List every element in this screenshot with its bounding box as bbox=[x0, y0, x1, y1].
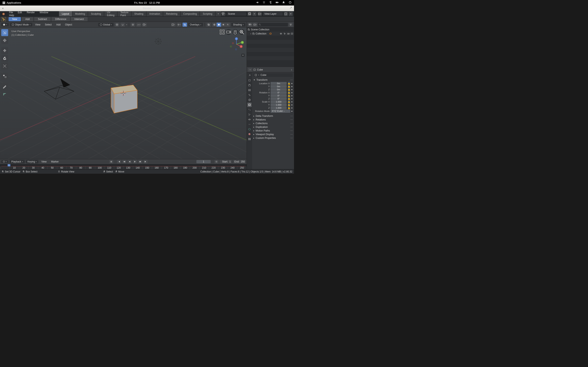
section-custom-props[interactable]: ▸Custom Properties⋯ bbox=[253, 136, 293, 140]
outliner-display-dropdown[interactable]: ▾ bbox=[253, 23, 257, 27]
shade-lookdev[interactable] bbox=[221, 23, 226, 27]
proportional-falloff[interactable]: ▾ bbox=[136, 23, 141, 27]
section-viewport-display[interactable]: ▸Viewport Display⋯ bbox=[253, 133, 293, 136]
rot-z[interactable]: 0° bbox=[270, 97, 287, 100]
ptab-object[interactable] bbox=[247, 103, 252, 107]
nav-camera-icon[interactable] bbox=[219, 29, 225, 35]
timeline-editor-dropdown[interactable]: ▾ bbox=[1, 160, 8, 163]
vp-menu-add[interactable]: Add bbox=[54, 23, 62, 26]
rotation-mode-dropdown[interactable]: XYZ Euler ▾ bbox=[270, 109, 290, 113]
vp-menu-object[interactable]: Object bbox=[63, 23, 74, 26]
clock[interactable]: Fri, Nov 23 12:11 PM bbox=[134, 1, 160, 4]
tool-scale[interactable] bbox=[1, 63, 8, 69]
autokey-button[interactable] bbox=[109, 160, 113, 164]
snap-toggle[interactable] bbox=[121, 23, 125, 27]
tab-compositing[interactable]: Compositing bbox=[181, 11, 200, 16]
nav-plus-icon[interactable]: + bbox=[241, 54, 245, 57]
tab-uv-editing[interactable]: UV Editing bbox=[104, 11, 118, 16]
section-transform[interactable]: ▼Transform⋯ bbox=[253, 78, 293, 82]
end-frame-field[interactable]: End: 250 bbox=[233, 160, 245, 163]
tool-select-box[interactable] bbox=[1, 29, 8, 36]
rot-y[interactable]: 0° bbox=[270, 94, 287, 97]
tool-annotate[interactable] bbox=[1, 83, 8, 90]
nav-pan-icon[interactable] bbox=[232, 29, 238, 35]
close-button[interactable]: × bbox=[2, 7, 4, 10]
editor-type-dropdown[interactable]: ▾ bbox=[1, 23, 9, 26]
menu-help[interactable]: Help bbox=[7, 13, 16, 17]
outliner-filter-button[interactable] bbox=[289, 23, 293, 27]
nav-zoom-icon[interactable] bbox=[239, 29, 245, 35]
outliner-search[interactable] bbox=[258, 23, 288, 26]
tool-move[interactable] bbox=[1, 47, 8, 54]
outliner[interactable]: Scene Collection ▸ Collection bbox=[247, 27, 294, 67]
pin-icon[interactable] bbox=[290, 68, 293, 71]
delete-scene-button[interactable]: × bbox=[252, 12, 256, 16]
wifi-icon[interactable] bbox=[263, 1, 265, 4]
playback-dropdown[interactable]: Playback▾ bbox=[9, 160, 25, 164]
tool-transform[interactable] bbox=[1, 73, 8, 80]
jump-prev-key-button[interactable] bbox=[122, 160, 126, 164]
tab-scripting[interactable]: Scripting bbox=[200, 11, 215, 16]
browse-layer-button[interactable]: ▾ bbox=[258, 12, 262, 16]
overlays-toggle[interactable] bbox=[182, 23, 187, 27]
outliner-scene-collection[interactable]: Scene Collection bbox=[251, 28, 269, 31]
shade-solid[interactable] bbox=[217, 23, 221, 27]
maximize-button[interactable] bbox=[290, 7, 292, 10]
shade-rendered[interactable] bbox=[226, 23, 230, 27]
tool-cursor[interactable] bbox=[1, 37, 8, 44]
browse-scene-button[interactable]: ▾ bbox=[221, 12, 225, 16]
mode-intersect-button[interactable]: Intersect bbox=[71, 17, 87, 21]
tab-modeling[interactable]: Modeling bbox=[72, 11, 88, 16]
pivot-button[interactable] bbox=[115, 23, 119, 27]
mode-add-button[interactable]: Add bbox=[22, 17, 33, 21]
vp-menu-select[interactable]: Select bbox=[43, 23, 53, 26]
bluetooth-icon[interactable] bbox=[269, 1, 272, 4]
tool-measure[interactable] bbox=[1, 91, 8, 98]
mode-dropdown[interactable]: Object Mode▾ bbox=[10, 23, 32, 26]
camera-icon[interactable] bbox=[287, 33, 290, 35]
ptab-scene[interactable] bbox=[247, 93, 252, 97]
scl-x[interactable]: 1.000 bbox=[270, 100, 287, 103]
section-collections[interactable]: ▸Collections⋯ bbox=[253, 122, 293, 125]
ptab-constraints[interactable] bbox=[247, 122, 252, 127]
current-frame-field[interactable]: 1 bbox=[196, 160, 211, 163]
battery-icon[interactable] bbox=[276, 1, 278, 4]
props-editor-dropdown[interactable]: ▾ bbox=[248, 68, 252, 72]
shade-wireframe[interactable] bbox=[212, 23, 217, 27]
tab-shading[interactable]: Shading bbox=[131, 11, 146, 16]
3d-viewport[interactable]: User Perspective (1) Collection | Cube bbox=[0, 27, 247, 159]
delete-layer-button[interactable]: × bbox=[289, 12, 293, 16]
start-frame-field[interactable]: Start: 1 bbox=[220, 160, 232, 163]
box-select-icon[interactable] bbox=[2, 17, 6, 21]
nav-view-camera-icon[interactable] bbox=[226, 29, 232, 35]
mode-difference-button[interactable]: Difference bbox=[52, 17, 70, 21]
ptab-world[interactable] bbox=[247, 98, 252, 102]
xray-toggle[interactable] bbox=[207, 23, 211, 27]
scene-name-field[interactable]: Scene bbox=[226, 12, 247, 16]
orientation-gizmo[interactable]: X Y Z bbox=[228, 36, 245, 52]
new-scene-button[interactable] bbox=[247, 12, 251, 16]
shading-dropdown[interactable]: Shading▾ bbox=[231, 23, 245, 26]
tool-rotate[interactable] bbox=[1, 55, 8, 62]
keying-dropdown[interactable]: Keying▾ bbox=[26, 160, 39, 164]
scl-z[interactable]: 1.000 bbox=[270, 106, 287, 109]
add-workspace-button[interactable]: + bbox=[215, 11, 221, 16]
notifications-icon[interactable] bbox=[282, 1, 285, 4]
tl-menu-view[interactable]: View bbox=[40, 160, 48, 164]
gizmo-toggle[interactable]: ▾ bbox=[177, 23, 181, 27]
outliner-collection[interactable]: Collection bbox=[256, 32, 267, 35]
timeline-track[interactable]: 1 10203040506070809010011012013014015016… bbox=[0, 164, 247, 169]
new-layer-button[interactable] bbox=[284, 12, 288, 16]
section-motion-paths[interactable]: ▸Motion Paths⋯ bbox=[253, 129, 293, 133]
ptab-modifiers[interactable] bbox=[247, 108, 252, 112]
eye-icon[interactable] bbox=[280, 33, 282, 35]
tab-sculpting[interactable]: Sculpting bbox=[88, 11, 104, 16]
jump-next-key-button[interactable] bbox=[138, 160, 142, 164]
jump-start-button[interactable] bbox=[117, 160, 121, 164]
orientation-dropdown[interactable]: Global▾ bbox=[98, 23, 114, 26]
applications-menu[interactable]: Applications bbox=[2, 1, 21, 4]
mode-subtract-button[interactable]: Subtract bbox=[34, 17, 51, 21]
tab-layout[interactable]: Layout bbox=[59, 11, 72, 16]
proportional-edit[interactable] bbox=[131, 23, 135, 27]
ptab-particles[interactable] bbox=[247, 112, 252, 117]
